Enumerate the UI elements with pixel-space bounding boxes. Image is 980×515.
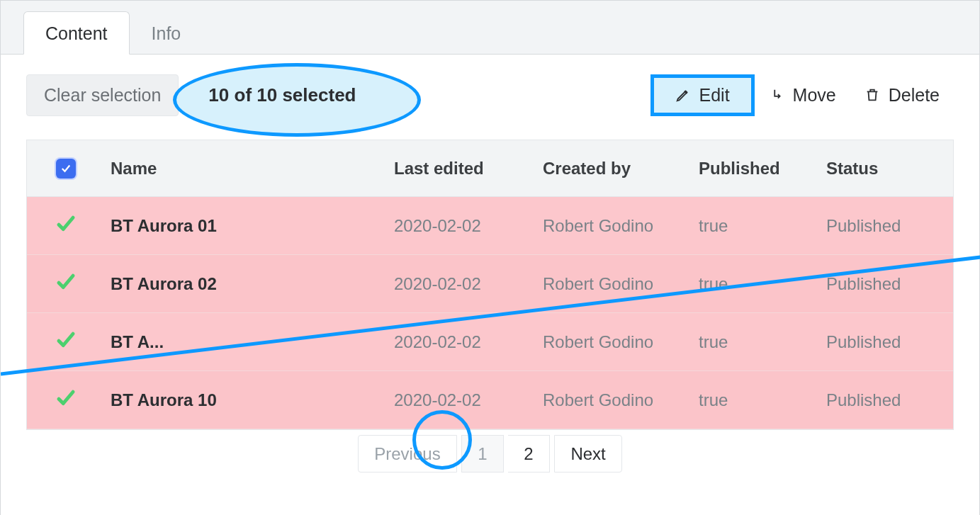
row-status: Published (821, 390, 953, 410)
row-name: BT A... (105, 332, 388, 352)
tab-bar: Content Info (1, 1, 979, 55)
selection-count: 10 of 10 selected (208, 84, 356, 106)
col-published[interactable]: Published (693, 159, 821, 179)
col-status[interactable]: Status (821, 159, 953, 179)
bulk-actions: Edit Move Delete (650, 74, 954, 116)
table-row[interactable]: BT Aurora 02 2020-02-02 Robert Godino tr… (27, 255, 953, 313)
edit-label: Edit (699, 85, 730, 106)
move-label: Move (793, 85, 836, 106)
row-name: BT Aurora 02 (105, 274, 388, 294)
content-window: Content Info Clear selection 10 of 10 se… (0, 0, 980, 515)
trash-icon (864, 87, 880, 103)
row-status: Published (821, 332, 953, 352)
row-published: true (693, 274, 821, 294)
table-header: Name Last edited Created by Published St… (27, 140, 953, 197)
toolbar: Clear selection 10 of 10 selected Edit (26, 72, 954, 118)
row-status: Published (821, 216, 953, 236)
selection-count-text: 10 of 10 selected (208, 84, 356, 106)
col-created-by[interactable]: Created by (537, 159, 693, 179)
row-published: true (693, 216, 821, 236)
pagination: Previous 1 2 Next (26, 444, 954, 464)
col-name[interactable]: Name (105, 159, 388, 179)
move-button[interactable]: Move (755, 77, 850, 114)
select-all-checkbox[interactable] (56, 159, 76, 179)
table-row[interactable]: BT A... 2020-02-02 Robert Godino true Pu… (27, 313, 953, 371)
pagination-next[interactable]: Next (554, 435, 621, 472)
tab-content[interactable]: Content (23, 11, 130, 55)
pagination-page-2[interactable]: 2 (508, 435, 549, 472)
row-status: Published (821, 274, 953, 294)
row-last-edited: 2020-02-02 (388, 390, 537, 410)
pagination-previous[interactable]: Previous (358, 435, 456, 472)
tab-info[interactable]: Info (130, 11, 203, 54)
row-created-by: Robert Godino (537, 390, 693, 410)
row-last-edited: 2020-02-02 (388, 332, 537, 352)
row-name: BT Aurora 10 (105, 390, 388, 410)
check-icon (55, 271, 77, 297)
row-created-by: Robert Godino (537, 216, 693, 236)
delete-button[interactable]: Delete (850, 77, 954, 114)
row-last-edited: 2020-02-02 (388, 216, 537, 236)
delete-label: Delete (889, 85, 940, 106)
row-last-edited: 2020-02-02 (388, 274, 537, 294)
check-icon (55, 213, 77, 239)
table-row[interactable]: BT Aurora 10 2020-02-02 Robert Godino tr… (27, 371, 953, 429)
check-icon (55, 329, 77, 355)
row-created-by: Robert Godino (537, 332, 693, 352)
edit-button[interactable]: Edit (650, 74, 755, 116)
content-table: Name Last edited Created by Published St… (26, 140, 954, 430)
clear-selection-button[interactable]: Clear selection (26, 74, 179, 116)
col-last-edited[interactable]: Last edited (388, 159, 537, 179)
table-row[interactable]: BT Aurora 01 2020-02-02 Robert Godino tr… (27, 197, 953, 255)
row-created-by: Robert Godino (537, 274, 693, 294)
content-panel: Clear selection 10 of 10 selected Edit (1, 55, 979, 515)
pagination-page-1[interactable]: 1 (461, 435, 503, 472)
pencil-icon (675, 87, 691, 103)
row-published: true (693, 332, 821, 352)
check-icon (55, 387, 77, 413)
select-all-cell[interactable] (27, 159, 105, 179)
row-published: true (693, 390, 821, 410)
move-icon (769, 87, 784, 103)
row-name: BT Aurora 01 (105, 216, 388, 236)
